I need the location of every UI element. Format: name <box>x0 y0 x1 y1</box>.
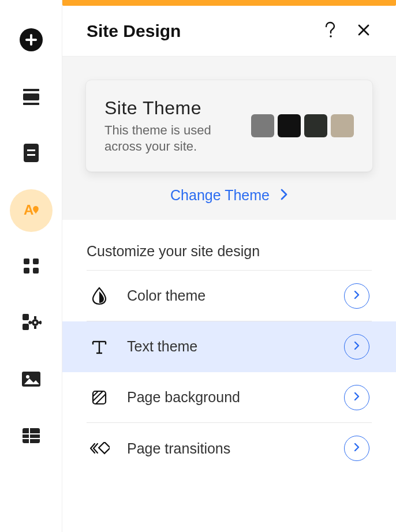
site-design-panel: Site Design Site Theme This theme is use… <box>62 6 396 532</box>
svg-rect-18 <box>34 326 36 329</box>
theme-swatches <box>251 114 354 137</box>
sidebar-item-design[interactable]: A <box>10 189 53 232</box>
svg-rect-28 <box>23 428 40 443</box>
svg-text:A: A <box>24 202 33 218</box>
svg-point-27 <box>26 375 29 379</box>
help-button[interactable] <box>322 23 338 39</box>
svg-rect-11 <box>33 258 39 264</box>
svg-rect-31 <box>29 428 30 443</box>
svg-rect-30 <box>23 438 40 439</box>
svg-point-32 <box>330 35 332 38</box>
option-chevron <box>344 436 369 461</box>
svg-line-42 <box>96 394 106 404</box>
help-icon <box>324 21 337 41</box>
header-actions <box>322 23 372 39</box>
sidebar-item-media[interactable] <box>19 368 43 392</box>
option-label: Text theme <box>127 338 327 355</box>
option-chevron <box>344 334 369 359</box>
option-chevron <box>344 385 369 410</box>
page-title: Site Design <box>87 21 181 41</box>
sidebar-item-pages[interactable] <box>19 142 43 166</box>
theme-swatch <box>331 114 354 137</box>
left-sidebar: A <box>0 0 62 532</box>
option-page-background[interactable]: Page background <box>87 372 372 423</box>
svg-rect-26 <box>22 372 40 387</box>
droplet-icon <box>89 287 110 305</box>
svg-rect-15 <box>23 324 29 330</box>
option-label: Page background <box>127 389 327 406</box>
svg-rect-40 <box>93 391 106 404</box>
customize-heading: Customize your site design <box>87 243 372 270</box>
svg-rect-6 <box>24 144 39 162</box>
chevron-right-icon <box>353 442 360 455</box>
chevron-right-icon <box>280 188 288 203</box>
option-text-theme[interactable]: Text theme <box>62 321 396 372</box>
theme-swatch <box>251 114 274 137</box>
close-button[interactable] <box>356 23 372 39</box>
top-accent-bar <box>62 0 396 6</box>
page-icon <box>22 143 40 166</box>
panel-header: Site Design <box>62 6 396 57</box>
design-icon: A <box>20 198 43 223</box>
site-theme-card: Site Theme This theme is used across you… <box>85 80 373 172</box>
text-icon <box>89 338 110 355</box>
theme-card-description: This theme is used across your site. <box>104 122 240 154</box>
svg-rect-3 <box>23 89 39 91</box>
option-page-transitions[interactable]: Page transitions <box>87 423 372 474</box>
table-icon <box>21 427 41 447</box>
transition-icon <box>89 442 110 455</box>
chevron-right-icon <box>353 290 360 302</box>
option-label: Color theme <box>127 287 327 304</box>
sidebar-item-add[interactable] <box>19 29 43 53</box>
grid-gear-icon <box>21 312 42 335</box>
sidebar-item-data[interactable] <box>19 425 43 449</box>
site-theme-section: Site Theme This theme is used across you… <box>62 57 396 220</box>
svg-point-25 <box>33 321 36 324</box>
chevron-right-icon <box>353 340 360 353</box>
theme-card-title: Site Theme <box>104 98 240 119</box>
svg-rect-4 <box>23 93 39 100</box>
theme-swatch <box>304 114 327 137</box>
image-icon <box>21 370 42 390</box>
chevron-right-icon <box>353 391 360 404</box>
change-theme-button[interactable]: Change Theme <box>85 172 373 204</box>
grid-icon <box>22 257 40 278</box>
plus-circle-icon <box>19 28 43 54</box>
svg-rect-8 <box>27 154 35 156</box>
sidebar-item-sections[interactable] <box>19 85 43 110</box>
svg-rect-5 <box>23 103 39 105</box>
svg-line-41 <box>93 391 103 401</box>
svg-rect-12 <box>24 268 29 274</box>
customize-section: Customize your site design Color theme T… <box>62 220 396 474</box>
customize-options: Color theme Text theme <box>87 270 372 474</box>
svg-rect-44 <box>99 442 110 454</box>
option-color-theme[interactable]: Color theme <box>87 271 372 321</box>
hatch-icon <box>89 389 110 406</box>
svg-rect-14 <box>23 314 29 320</box>
svg-rect-10 <box>24 258 29 264</box>
svg-rect-2 <box>25 39 37 41</box>
theme-swatch <box>278 114 301 137</box>
svg-rect-7 <box>27 149 35 151</box>
svg-rect-13 <box>33 268 39 274</box>
sections-icon <box>21 87 41 108</box>
sidebar-item-apps[interactable] <box>19 255 43 279</box>
close-icon <box>357 24 370 39</box>
sidebar-item-settings[interactable] <box>19 312 43 336</box>
option-label: Page transitions <box>127 440 327 457</box>
change-theme-label: Change Theme <box>170 187 270 204</box>
option-chevron <box>344 283 369 309</box>
svg-rect-17 <box>34 316 36 319</box>
svg-rect-29 <box>23 433 40 434</box>
